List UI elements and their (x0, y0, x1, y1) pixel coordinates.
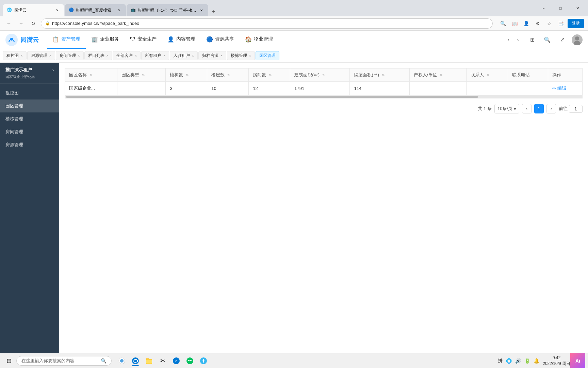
page-number-1[interactable]: 1 (534, 104, 544, 113)
logo-area[interactable]: 园满云 (5, 34, 47, 46)
notification-icon[interactable]: 🔔 (533, 357, 540, 364)
sub-tab-room-close[interactable]: × (78, 54, 80, 58)
sub-tab-move-in-tenants[interactable]: 入驻租户 × (170, 51, 198, 60)
forward-button[interactable]: → (16, 19, 26, 28)
collections-button[interactable]: 📑 (556, 19, 566, 28)
login-button[interactable]: 登录 (568, 19, 584, 28)
sort-icon-0[interactable]: ⇅ (89, 73, 92, 77)
profile-button[interactable]: 👤 (521, 19, 531, 28)
sort-icon-1[interactable]: ⇅ (142, 73, 145, 77)
nav-item-asset-management[interactable]: 📋 资产管理 (47, 31, 86, 49)
nav-next-button[interactable]: › (513, 35, 523, 45)
pagination-area: 共 1 条 10条/页 ▾ ‹ 1 › 前往 (65, 98, 583, 119)
battery-icon[interactable]: 🔋 (524, 357, 531, 364)
next-page-button[interactable]: › (546, 104, 556, 113)
search-tool-button[interactable]: 🔍 (498, 19, 508, 28)
tab-close-1[interactable]: ✕ (54, 7, 60, 13)
horizontal-scrollbar[interactable] (65, 95, 583, 98)
tab-bilibili[interactable]: 📺 哔哩哔哩（'·ω·'）つロ 千杯--bili... ✕ (127, 4, 208, 16)
sort-icon-3[interactable]: ⇅ (227, 73, 230, 77)
nav-item-property[interactable]: 🏠 物业管理 (240, 31, 278, 49)
taskbar-app-search[interactable] (116, 355, 128, 367)
sub-tab-move-in-close[interactable]: × (192, 54, 194, 58)
taskbar-app-cut[interactable]: ✂ (157, 355, 169, 367)
sort-icon-2[interactable]: ⇅ (186, 73, 189, 77)
close-button[interactable]: ✕ (570, 2, 585, 14)
sub-tab-room-management[interactable]: 房间管理 × (56, 51, 84, 60)
taskbar-search[interactable]: 在这里输入你要搜索的内容 🔍 (16, 356, 112, 366)
nav-item-enterprise-service[interactable]: 🏢 企业服务 (86, 31, 125, 49)
sidebar-item-housing-management[interactable]: 房源管理 (0, 138, 59, 151)
nav-icon-enterprise: 🏢 (91, 36, 98, 43)
col-park-type: 园区类型 ⇅ (117, 68, 166, 82)
refresh-button[interactable]: ↻ (29, 19, 38, 28)
sub-tab-park-management[interactable]: 园区管理 (256, 51, 279, 60)
scroll-thumb[interactable] (66, 96, 478, 98)
volume-icon[interactable]: 🔊 (514, 357, 522, 364)
table-scroll-wrap[interactable]: 园区名称 ⇅ 园区类型 ⇅ 楼栋数 ⇅ (65, 68, 583, 98)
sub-tab-column-list[interactable]: 栏目列表 × (84, 51, 112, 60)
sub-tab-rent-map[interactable]: 租控图 × (3, 51, 27, 60)
sub-tab-building-management[interactable]: 楼栋管理 × (227, 51, 255, 60)
avatar[interactable] (572, 34, 583, 45)
nav-item-safety[interactable]: 🛡 安全生产 (125, 31, 162, 49)
goto-input[interactable] (569, 105, 583, 113)
data-table: 园区名称 ⇅ 园区类型 ⇅ 楼栋数 ⇅ (65, 68, 583, 95)
sort-icon-5[interactable]: ⇅ (322, 73, 325, 77)
sub-tab-customers-close[interactable]: × (135, 54, 137, 58)
minimize-button[interactable]: － (536, 2, 551, 14)
taskbar-app-browser[interactable] (129, 355, 142, 367)
taskbar-ai-button[interactable]: Ai (570, 353, 585, 368)
sub-tab-housing-management[interactable]: 房源管理 × (27, 51, 55, 60)
new-tab-button[interactable]: + (209, 7, 218, 16)
cell-action: ✏ 编辑 (548, 82, 582, 95)
sort-icon-7[interactable]: ⇅ (440, 73, 442, 77)
sidebar-item-room-management[interactable]: 房间管理 (0, 125, 59, 138)
sub-tab-all-tenants-close[interactable]: × (163, 54, 165, 58)
page-size-select[interactable]: 10条/页 ▾ (494, 104, 519, 113)
taskbar-app-blue[interactable]: e (170, 355, 182, 367)
back-button[interactable]: ← (4, 19, 14, 28)
start-button[interactable]: ⊞ (3, 355, 15, 367)
taskbar-app-wechat[interactable] (184, 355, 196, 367)
grid-view-button[interactable]: ⊞ (527, 34, 538, 45)
nav-item-resource[interactable]: 🔵 资源共享 (201, 31, 240, 49)
sub-tab-housing-close[interactable]: × (49, 54, 51, 58)
tab-close-2[interactable]: ✕ (116, 7, 122, 13)
nav-item-content[interactable]: 👤 内容管理 (162, 31, 201, 49)
sidebar-item-rent-map[interactable]: 租控图 (0, 87, 59, 99)
sidebar-item-park-management[interactable]: 园区管理 (0, 99, 59, 112)
sub-tab-archived-close[interactable]: × (220, 54, 223, 58)
sort-icon-8[interactable]: ⇅ (487, 73, 489, 77)
address-input[interactable]: 🔒 https://console.ymos.cn/#/space_park_i… (41, 18, 493, 29)
sidebar-item-building-management[interactable]: 楼栋管理 (0, 112, 59, 125)
taskbar-app-explorer[interactable] (143, 355, 155, 367)
sort-icon-4[interactable]: ⇅ (269, 73, 272, 77)
search-button[interactable]: 🔍 (542, 34, 553, 45)
restore-button[interactable]: □ (553, 2, 568, 14)
reader-button[interactable]: 📖 (510, 19, 519, 28)
sidebar-header-title[interactable]: 推广演示租户 › (5, 67, 54, 73)
settings-button[interactable]: ⚙ (533, 19, 542, 28)
nav-prev-button[interactable]: ‹ (504, 35, 513, 45)
sub-tab-rent-map-close[interactable]: × (21, 54, 23, 58)
sub-tab-building-close[interactable]: × (249, 54, 251, 58)
edit-button[interactable]: ✏ 编辑 (552, 85, 578, 91)
sort-icon-6[interactable]: ⇅ (382, 73, 385, 77)
tab-close-3[interactable]: ✕ (199, 7, 204, 13)
taskbar-clock[interactable]: 9:42 2022/10/9 周日 (543, 355, 570, 367)
tab-yuan-man-yun[interactable]: 🌐 园满云 ✕ (3, 4, 64, 16)
ime-icon[interactable]: 拼 (497, 357, 503, 365)
favorites-button[interactable]: ☆ (544, 19, 554, 28)
tab-bilibili-search[interactable]: 🔵 哔哩哔哩_百度搜索 ✕ (65, 4, 126, 16)
taskbar-app-map[interactable] (197, 355, 210, 367)
sub-tab-column-close[interactable]: × (107, 54, 109, 58)
cell-buildings: 3 (166, 82, 207, 95)
col-action: 操作 (548, 68, 582, 82)
prev-page-button[interactable]: ‹ (522, 104, 532, 113)
sub-tab-all-tenants[interactable]: 所有租户 × (141, 51, 169, 60)
sub-tab-all-customers[interactable]: 全部客户 × (113, 51, 141, 60)
expand-button[interactable]: ⤢ (557, 34, 568, 45)
network-icon[interactable]: 🌐 (505, 357, 512, 364)
sub-tab-archived-housing[interactable]: 归档房源 × (198, 51, 226, 60)
